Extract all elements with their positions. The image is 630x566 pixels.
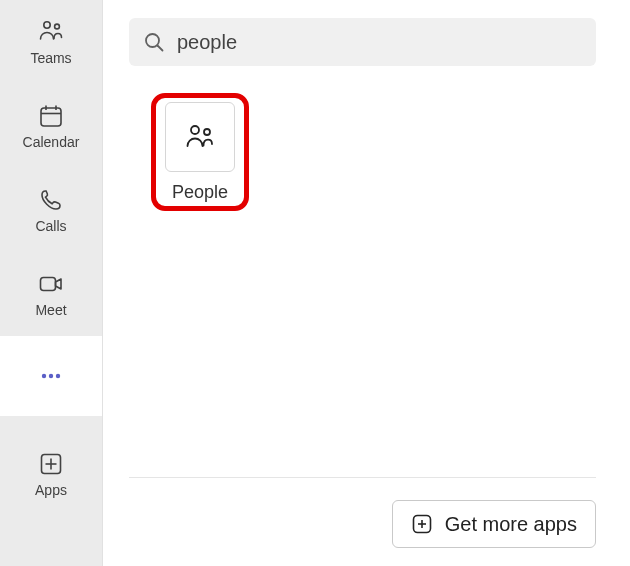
app-label: People xyxy=(172,182,228,203)
nav-teams[interactable]: Teams xyxy=(0,0,102,84)
nav-meet[interactable]: Meet xyxy=(0,252,102,336)
apps-icon xyxy=(37,450,65,478)
people-icon xyxy=(183,120,217,154)
svg-point-16 xyxy=(204,129,210,135)
nav-label: Meet xyxy=(35,302,66,318)
nav-apps[interactable]: Apps xyxy=(0,432,102,516)
app-rail: Teams Calendar Calls xyxy=(0,0,102,566)
svg-point-9 xyxy=(56,374,60,378)
search-icon xyxy=(143,31,165,53)
more-icon xyxy=(37,362,65,390)
apps-search-input[interactable] xyxy=(177,31,582,54)
nav-label: Teams xyxy=(30,50,71,66)
nav-calls[interactable]: Calls xyxy=(0,168,102,252)
apps-search-bar[interactable] xyxy=(129,18,596,66)
meet-icon xyxy=(37,270,65,298)
nav-label: Calendar xyxy=(23,134,80,150)
button-label: Get more apps xyxy=(445,513,577,536)
teams-icon xyxy=(37,18,65,46)
panel-footer: Get more apps xyxy=(129,477,596,548)
apps-results: People xyxy=(129,66,596,477)
people-app-tile[interactable] xyxy=(165,102,235,172)
nav-more[interactable] xyxy=(0,336,102,416)
calls-icon xyxy=(37,186,65,214)
svg-rect-2 xyxy=(41,108,61,126)
nav-label: Apps xyxy=(35,482,67,498)
nav-label: Calls xyxy=(35,218,66,234)
svg-point-7 xyxy=(42,374,46,378)
svg-point-15 xyxy=(191,126,199,134)
svg-line-14 xyxy=(158,46,163,51)
more-apps-panel: People Get more apps xyxy=(102,0,630,566)
plus-icon xyxy=(411,513,433,535)
get-more-apps-button[interactable]: Get more apps xyxy=(392,500,596,548)
svg-rect-6 xyxy=(41,278,56,291)
svg-point-0 xyxy=(44,22,50,28)
svg-point-8 xyxy=(49,374,53,378)
app-result-people: People xyxy=(165,102,235,203)
svg-point-1 xyxy=(55,24,60,29)
nav-calendar[interactable]: Calendar xyxy=(0,84,102,168)
calendar-icon xyxy=(37,102,65,130)
